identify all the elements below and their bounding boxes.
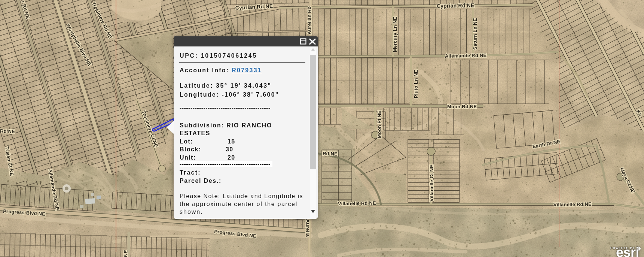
svg-text:Rd NE: Rd NE [0, 128, 15, 134]
svg-text:Rd NE: Rd NE [323, 151, 338, 157]
svg-text:Villanelle Rd NE: Villanelle Rd NE [553, 201, 592, 208]
svg-text:Saturn Ln NE: Saturn Ln NE [472, 18, 478, 50]
svg-text:Moon Pl NE: Moon Pl NE [376, 111, 382, 138]
svg-text:Aurelia: Aurelia [305, 219, 311, 237]
svg-text:Villanelle Ct NE: Villanelle Ct NE [429, 165, 434, 202]
svg-text:Mercury Ln NE: Mercury Ln NE [392, 17, 398, 52]
svg-text:Moon Rd NE: Moon Rd NE [447, 104, 477, 109]
svg-text:Aurelian Ro: Aurelian Ro [306, 6, 312, 34]
svg-text:Cyprian Rd NE: Cyprian Rd NE [437, 2, 474, 9]
svg-text:Allemande Rd NE: Allemande Rd NE [445, 52, 487, 59]
svg-text:Villanelle Rd NE: Villanelle Rd NE [338, 200, 376, 206]
svg-text:Pluto Ln NE: Pluto Ln NE [413, 70, 419, 98]
svg-text:NE: NE [123, 250, 129, 257]
